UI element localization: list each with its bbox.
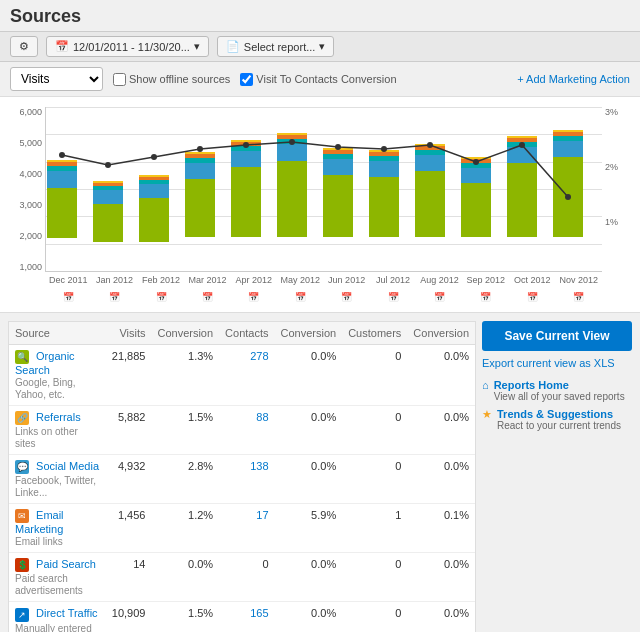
source-name-link-4[interactable]: Paid Search (36, 558, 96, 570)
svg-rect-2 (47, 166, 77, 171)
bar-may2012 (277, 133, 307, 237)
svg-rect-15 (185, 179, 215, 237)
table-header-row: Source Visits Conversion Contacts Conver… (9, 322, 475, 345)
cal-icon-6[interactable]: 📅 (277, 292, 323, 302)
reports-home-link[interactable]: Reports Home (494, 379, 625, 391)
cell-source-2: 💬 Social Media Facebook, Twitter, Linke.… (9, 455, 106, 504)
svg-rect-45 (461, 183, 491, 237)
page-header: Sources (0, 0, 640, 31)
visit-conversion-label[interactable]: Visit To Contacts Conversion (240, 73, 396, 86)
bar-jun2012 (323, 148, 353, 237)
cell-conv3-3: 0.1% (407, 504, 475, 553)
cell-conv1-4: 0.0% (151, 553, 219, 602)
trends-link[interactable]: Trends & Suggestions (497, 408, 621, 420)
cal-icon-12[interactable]: 📅 (556, 292, 602, 302)
cell-conv3-2: 0.0% (407, 455, 475, 504)
svg-rect-37 (369, 156, 399, 161)
svg-rect-26 (277, 144, 307, 161)
svg-rect-20 (231, 167, 261, 237)
add-marketing-action-link[interactable]: + Add Marketing Action (517, 73, 630, 85)
svg-rect-11 (139, 184, 169, 198)
cal-icon-10[interactable]: 📅 (463, 292, 509, 302)
source-name-link-5[interactable]: Direct Traffic (36, 607, 98, 619)
y-label-2000: 2,000 (19, 231, 42, 241)
visit-conversion-checkbox[interactable] (240, 73, 253, 86)
cell-conv1-2: 2.8% (151, 455, 219, 504)
cell-source-4: 💲 Paid Search Paid search advertisements (9, 553, 106, 602)
chevron-down-icon: ▾ (194, 40, 200, 53)
col-conv1: Conversion (151, 322, 219, 345)
metric-selector[interactable]: Visits Contacts Customers (10, 67, 103, 91)
source-icon-4: 💲 (15, 558, 29, 572)
source-sub-4: Paid search advertisements (15, 573, 83, 596)
cell-contacts-1: 88 (219, 406, 274, 455)
table-row: 🔗 Referrals Links on other sites 5,882 1… (9, 406, 475, 455)
source-icon-0: 🔍 (15, 350, 29, 364)
cal-icon-8[interactable]: 📅 (370, 292, 416, 302)
cell-conv3-0: 0.0% (407, 345, 475, 406)
svg-point-68 (427, 142, 433, 148)
cell-visits-1: 5,882 (106, 406, 152, 455)
cal-icon-4[interactable]: 📅 (184, 292, 230, 302)
trends-desc: React to your current trends (497, 420, 621, 431)
svg-rect-24 (231, 140, 261, 142)
cell-source-0: 🔍 Organic Search Google, Bing, Yahoo, et… (9, 345, 106, 406)
panel-reports-section: ⌂ Reports Home View all of your saved re… (482, 379, 632, 431)
cell-contacts-5: 165 (219, 602, 274, 632)
svg-rect-13 (139, 177, 169, 180)
table-row: ↗ Direct Traffic Manually entered URLs 1… (9, 602, 475, 632)
svg-point-69 (473, 159, 479, 165)
cell-conv2-3: 5.9% (275, 504, 343, 553)
svg-rect-14 (139, 175, 169, 177)
y-label-4000: 4,000 (19, 169, 42, 179)
svg-rect-41 (415, 155, 445, 171)
svg-rect-56 (553, 141, 583, 157)
offline-sources-label[interactable]: Show offline sources (113, 73, 230, 86)
svg-rect-29 (277, 133, 307, 135)
bar-jul2012 (369, 150, 399, 237)
cell-visits-4: 14 (106, 553, 152, 602)
source-sub-0: Google, Bing, Yahoo, etc. (15, 377, 76, 400)
cal-icon-9[interactable]: 📅 (416, 292, 462, 302)
cal-icon-1[interactable]: 📅 (45, 292, 91, 302)
cell-conv1-3: 1.2% (151, 504, 219, 553)
cal-icon-5[interactable]: 📅 (231, 292, 277, 302)
svg-rect-53 (507, 138, 537, 142)
source-icon-1: 🔗 (15, 411, 29, 425)
date-range-label: 12/01/2011 - 11/30/20... (73, 41, 190, 53)
cell-conv2-1: 0.0% (275, 406, 343, 455)
y-label-5000: 5,000 (19, 138, 42, 148)
svg-rect-28 (277, 135, 307, 139)
settings-button[interactable]: ⚙ (10, 36, 38, 57)
source-name-link-2[interactable]: Social Media (36, 460, 99, 472)
source-sub-3: Email links (15, 536, 63, 547)
report-select-button[interactable]: 📄 Select report... ▾ (217, 36, 335, 57)
source-name-link-1[interactable]: Referrals (36, 411, 81, 423)
cal-icon-7[interactable]: 📅 (324, 292, 370, 302)
cal-icon-2[interactable]: 📅 (92, 292, 138, 302)
cell-customers-4: 0 (342, 553, 407, 602)
date-range-button[interactable]: 📅 12/01/2011 - 11/30/20... ▾ (46, 36, 209, 57)
source-sub-2: Facebook, Twitter, Linke... (15, 475, 96, 498)
svg-point-63 (197, 146, 203, 152)
bar-aug2012 (415, 144, 445, 237)
export-xls-link[interactable]: Export current view as XLS (482, 357, 632, 369)
save-current-view-button[interactable]: Save Current View (482, 321, 632, 351)
toolbar: ⚙ 📅 12/01/2011 - 11/30/20... ▾ 📄 Select … (0, 31, 640, 62)
col-visits: Visits (106, 322, 152, 345)
svg-point-65 (289, 139, 295, 145)
cell-visits-5: 10,909 (106, 602, 152, 632)
svg-rect-16 (185, 163, 215, 179)
svg-rect-36 (369, 161, 399, 177)
svg-rect-25 (277, 161, 307, 237)
offline-sources-checkbox[interactable] (113, 73, 126, 86)
cell-contacts-2: 138 (219, 455, 274, 504)
page-title: Sources (10, 6, 81, 26)
y-label-1000: 1,000 (19, 262, 42, 272)
cal-icon-11[interactable]: 📅 (509, 292, 555, 302)
svg-rect-54 (507, 136, 537, 138)
cell-conv3-1: 0.0% (407, 406, 475, 455)
cal-icon-3[interactable]: 📅 (138, 292, 184, 302)
svg-rect-32 (323, 154, 353, 159)
cell-conv3-4: 0.0% (407, 553, 475, 602)
